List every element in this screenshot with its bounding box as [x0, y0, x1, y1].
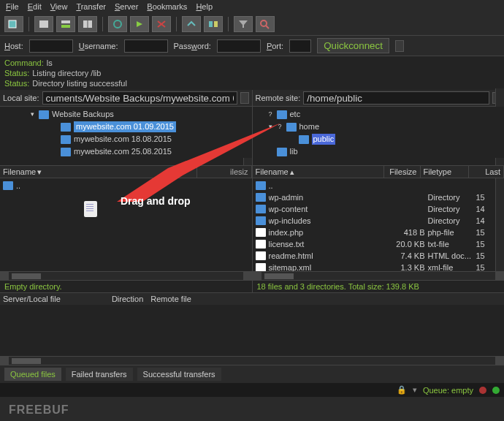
col-filename[interactable]: Filename ▾ — [0, 166, 197, 178]
remote-site-label: Remote site: — [256, 94, 301, 102]
tree-item[interactable]: home — [299, 121, 320, 132]
cancel-icon[interactable] — [152, 16, 171, 32]
list-item[interactable]: index.php418 Bphp-file15 — [253, 227, 505, 238]
list-item[interactable]: readme.html7.4 KBHTML doc...15 — [253, 250, 505, 262]
tree-item[interactable]: mywebsite.com 25.08.2015 — [74, 146, 172, 157]
reconnect-icon[interactable] — [182, 16, 201, 32]
col-filesize[interactable]: ilesiz — [197, 166, 252, 178]
tree-item-selected[interactable]: mywebsite.com 01.09.2015 — [74, 121, 176, 132]
folder-icon — [39, 110, 49, 119]
remote-list-h-scrollbar[interactable] — [253, 271, 505, 280]
queue-col-direction[interactable]: Direction — [112, 295, 143, 303]
lock-icon[interactable]: 🔒 — [397, 385, 407, 395]
svg-rect-10 — [209, 21, 213, 27]
quickconnect-button[interactable]: Quickconnect — [317, 38, 389, 53]
remote-tree[interactable]: ?etc ▾?home public lib — [253, 107, 505, 165]
find-icon[interactable] — [256, 16, 275, 32]
toggle-log-icon[interactable] — [34, 16, 53, 32]
queue-h-scrollbar[interactable] — [0, 356, 504, 365]
site-manager-icon[interactable] — [4, 16, 23, 32]
remote-tree-scrollbar[interactable] — [495, 158, 504, 165]
host-input[interactable] — [29, 39, 73, 53]
filter-icon[interactable] — [234, 16, 253, 32]
col-lastmod[interactable]: Last — [469, 166, 505, 178]
file-name: wp-admin — [269, 192, 393, 202]
refresh-icon[interactable] — [108, 16, 127, 32]
menu-help[interactable]: Help — [196, 2, 213, 11]
file-name: wp-includes — [269, 216, 393, 226]
log-message: Listing directory /lib — [32, 68, 101, 78]
tree-item[interactable]: etc — [290, 109, 301, 120]
list-item[interactable]: sitemap.xml1.3 KBxml-file15 — [253, 262, 505, 271]
process-queue-icon[interactable] — [130, 16, 149, 32]
file-size: 418 B — [393, 227, 428, 238]
local-tree-scrollbar[interactable] — [243, 158, 252, 165]
local-path-dropdown[interactable] — [240, 92, 249, 104]
file-type: HTML doc... — [428, 251, 476, 261]
toolbar-separator — [28, 17, 29, 31]
remote-file-list[interactable]: Filename ▴ Filesize Filetype Last ..wp-a… — [253, 165, 505, 280]
menu-view[interactable]: View — [50, 2, 68, 11]
tree-item-selected[interactable]: public — [312, 134, 336, 145]
quickconnect-history-dropdown[interactable] — [395, 40, 404, 52]
tab-queued-files[interactable]: Queued files — [4, 368, 61, 381]
file-icon — [256, 228, 266, 237]
col-filesize[interactable]: Filesize — [384, 166, 421, 178]
toolbar-separator — [176, 17, 177, 31]
file-name: .. — [269, 181, 393, 191]
file-type: txt-file — [428, 239, 476, 249]
col-filename[interactable]: Filename ▴ — [253, 166, 384, 178]
col-filetype[interactable]: Filetype — [421, 166, 469, 178]
file-name: readme.html — [269, 251, 393, 261]
menubar: File Edit View Transfer Server Bookmarks… — [0, 0, 504, 13]
local-list-h-scrollbar[interactable] — [0, 271, 252, 280]
tab-failed-transfers[interactable]: Failed transfers — [66, 368, 133, 381]
log-message: ls — [47, 58, 53, 68]
svg-rect-11 — [214, 21, 218, 27]
list-item-parent[interactable]: .. — [0, 180, 252, 191]
tab-successful-transfers[interactable]: Successful transfers — [137, 368, 221, 381]
menu-transfer[interactable]: Transfer — [76, 2, 106, 11]
menu-server[interactable]: Server — [115, 2, 138, 11]
tree-item[interactable]: Website Backups — [52, 109, 114, 120]
queue-body[interactable] — [0, 305, 504, 356]
list-item[interactable]: wp-includesDirectory14 — [253, 215, 505, 227]
password-input[interactable] — [217, 39, 261, 53]
tree-item[interactable]: mywebsite.com 18.08.2015 — [74, 134, 172, 145]
tree-expand-icon[interactable]: ? — [267, 111, 274, 118]
svg-rect-2 — [61, 20, 70, 23]
tree-collapse-icon[interactable]: ▾ — [29, 111, 36, 118]
menu-bookmarks[interactable]: Bookmarks — [147, 2, 187, 11]
queue-col-remote[interactable]: Remote file — [150, 295, 191, 303]
local-tree[interactable]: ▾Website Backups mywebsite.com 01.09.201… — [0, 107, 252, 165]
queue-col-local[interactable]: Server/Local file — [3, 295, 61, 303]
file-name: index.php — [269, 227, 393, 238]
menu-edit[interactable]: Edit — [28, 2, 42, 11]
file-modified: 15 — [476, 262, 491, 271]
compare-icon[interactable] — [204, 16, 223, 32]
toggle-tree-icon[interactable] — [56, 16, 75, 32]
file-icon — [256, 240, 266, 249]
local-file-list[interactable]: Filename ▾ ilesiz .. — [0, 165, 252, 280]
menu-file[interactable]: File — [6, 2, 19, 11]
svg-marker-7 — [137, 21, 142, 27]
remote-path-input[interactable] — [303, 91, 489, 105]
list-item[interactable]: wp-contentDirectory14 — [253, 203, 505, 215]
port-input[interactable] — [289, 39, 311, 53]
username-input[interactable] — [124, 39, 168, 53]
parent-dir-icon — [3, 181, 13, 190]
toggle-queue-icon[interactable] — [78, 16, 97, 32]
local-path-input[interactable] — [42, 91, 237, 105]
username-label: Username: — [79, 42, 118, 50]
list-item[interactable]: license.txt20.0 KBtxt-file15 — [253, 238, 505, 250]
tree-item[interactable]: lib — [290, 146, 298, 157]
list-item[interactable]: .. — [253, 180, 505, 191]
quickconnect-bar: Host: Username: Password: Port: Quickcon… — [0, 36, 504, 56]
encryption-dropdown[interactable]: ▾ — [413, 385, 417, 395]
list-item[interactable]: wp-adminDirectory15 — [253, 191, 505, 203]
svg-rect-0 — [9, 20, 16, 28]
file-icon — [256, 263, 266, 271]
log-label: Status: — [4, 68, 29, 78]
remote-list-scrollbar[interactable] — [495, 178, 504, 271]
tree-collapse-icon[interactable]: ▾ — [267, 124, 274, 130]
